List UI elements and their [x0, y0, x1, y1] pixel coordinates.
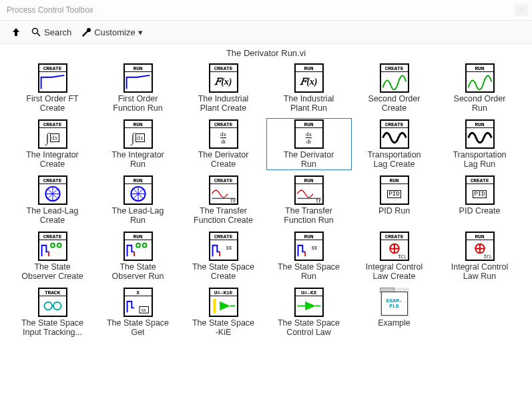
palette-item-derivator-create[interactable]: CREATEdxdtThe Derivator Create [181, 118, 266, 170]
dxdt-icon: dxdt [210, 128, 237, 147]
palette-title: The Derivator Run.vi [0, 44, 532, 59]
vi-banner: RUN [296, 65, 322, 72]
vi-banner: RUN [125, 65, 152, 72]
vi-icon: CREATE [38, 63, 67, 93]
palette-item-state-observer-create[interactable]: CREATEThe State Observer Create [10, 230, 95, 282]
toolbar: Search Customize▾ [0, 20, 532, 44]
palette-item-second-order-run[interactable]: RUNSecond Order Run [437, 62, 523, 114]
svg-point-16 [51, 244, 55, 248]
svg-point-17 [57, 244, 61, 248]
observer-icon [39, 240, 66, 260]
customize-button[interactable]: Customize▾ [81, 27, 142, 37]
palette-item-state-space-kie[interactable]: U=-KiEThe State Space -KiE [181, 286, 266, 338]
vi-banner: CREATE [210, 177, 237, 184]
vi-banner: TRACK [39, 289, 66, 296]
palette-item-integrator-run[interactable]: RUN∫dxThe Integrator Run [95, 118, 181, 170]
palette-item-integrator-create[interactable]: CREATE∫dxThe Integrator Create [10, 118, 95, 170]
palette-item-state-space-run[interactable]: RUNssThe State Space Run [266, 230, 352, 282]
ukx-icon [296, 296, 322, 316]
palette-item-label: The State Space Run [278, 262, 340, 281]
palette-item-label: PID Create [459, 206, 501, 225]
palette-item-state-observer-run[interactable]: RUNThe State Observer Run [95, 230, 181, 282]
palette-item-integral-control-law-run[interactable]: RUNICLIntegral Control Law Run [437, 230, 523, 282]
vi-banner: CREATE [39, 233, 66, 240]
vi-icon: CREATE∫dx [38, 119, 67, 149]
svg-rect-40 [213, 299, 216, 313]
palette-item-label: The State Observer Create [21, 262, 83, 281]
vi-icon: RUN [123, 175, 153, 205]
palette-item-derivator-run[interactable]: RUNdxdtThe Derivator Run [266, 118, 352, 170]
palette-item-label: Example [378, 318, 411, 337]
vi-banner: RUN [125, 177, 152, 184]
palette-item-transportation-lag-create[interactable]: CREATETransportation Lag Create [352, 118, 437, 170]
palette-item-label: The State Space Get [107, 318, 169, 337]
palette-item-example[interactable]: EXAM-PLEExample [352, 286, 437, 338]
palette-item-first-order-ft-create[interactable]: CREATEFirst Order FT Create [10, 62, 95, 114]
wave-green-icon [381, 72, 408, 91]
vi-banner: X [125, 289, 152, 296]
palette-item-label: First Order Function Run [113, 94, 162, 113]
palette-item-integral-control-law-create[interactable]: CREATEICLIntegral Control Law Create [352, 230, 437, 282]
palette-item-label: The State Space Create [192, 262, 254, 281]
palette-item-state-space-get[interactable]: XssThe State Space Get [95, 286, 181, 338]
palette-item-label: The State Observer Run [112, 262, 164, 281]
observer-icon [125, 240, 152, 260]
palette-item-second-order-create[interactable]: CREATESecond Order Create [352, 62, 437, 114]
vi-icon: CREATEdxdt [209, 119, 238, 149]
sine-black-icon [381, 128, 408, 147]
fx-icon: 𝐹(x) [210, 72, 237, 91]
vi-icon: CREATE [380, 63, 409, 93]
ukie-icon [210, 296, 237, 316]
integral-icon: ∫dx [125, 128, 152, 147]
palette-item-label: Transportation Lag Create [367, 150, 421, 169]
palette-item-state-space-control-law[interactable]: U=-KXThe State Space Control Law [266, 286, 352, 338]
palette-item-label: The Lead-Lag Create [27, 206, 79, 225]
vi-banner: RUN [467, 233, 493, 240]
compass-icon [39, 184, 66, 204]
palette-item-first-order-function-run[interactable]: RUNFirst Order Function Run [95, 62, 181, 114]
glasses-icon [39, 296, 66, 316]
vi-icon: RUN [465, 119, 495, 149]
vi-icon: RUN [123, 63, 153, 93]
palette-item-label: The Industrial Plant Create [198, 94, 249, 113]
palette-item-transportation-lag-run[interactable]: RUNTransportation Lag Run [437, 118, 523, 170]
icl-icon: ICL [381, 240, 408, 260]
palette-grid: CREATEFirst Order FT CreateRUNFirst Orde… [0, 59, 532, 341]
palette-item-label: The Transfer Function Run [284, 206, 333, 225]
vi-icon: RUNss [294, 232, 324, 261]
back-button[interactable] [11, 27, 21, 37]
vi-banner: CREATE [381, 65, 408, 72]
svg-text:TF: TF [315, 198, 322, 204]
palette-item-lead-lag-run[interactable]: RUNThe Lead-Lag Run [95, 174, 181, 226]
palette-item-industrial-plant-create[interactable]: CREATE𝐹(x)The Industrial Plant Create [181, 62, 266, 114]
vi-banner: RUN [296, 177, 322, 184]
dropdown-icon: ▾ [138, 27, 143, 37]
vi-icon: CREATEPID [465, 175, 495, 205]
vi-icon: CREATEICL [380, 232, 409, 261]
vi-banner: RUN [467, 65, 493, 72]
icl-icon: ICL [467, 240, 493, 260]
pid-icon: PID [381, 184, 408, 204]
palette-item-industrial-plant-run[interactable]: RUN𝐹(x)The Industrial Plant Run [266, 62, 352, 114]
compass-icon [125, 184, 152, 204]
vi-icon: Xss [123, 288, 153, 317]
wrench-icon [81, 27, 91, 37]
palette-item-transfer-function-create[interactable]: CREATETFThe Transfer Function Create [181, 174, 266, 226]
palette-item-pid-run[interactable]: RUNPIDPID Run [352, 174, 437, 226]
vi-icon: RUN [123, 232, 153, 261]
dxdt-icon: dxdt [296, 128, 322, 147]
search-button[interactable]: Search [31, 27, 71, 37]
svg-text:ss: ss [311, 244, 316, 251]
vi-banner: RUN [125, 121, 152, 128]
palette-item-transfer-function-run[interactable]: RUNTFThe Transfer Function Run [266, 174, 352, 226]
vi-banner: RUN [296, 121, 322, 128]
palette-item-state-space-input-tracking[interactable]: TRACKThe State Space Input Tracking... [10, 286, 95, 338]
palette-item-pid-create[interactable]: CREATEPIDPID Create [437, 174, 523, 226]
window-title: Process Control Toolbox [7, 5, 93, 15]
vi-icon: CREATE [380, 119, 409, 149]
wave-green-icon [467, 72, 493, 91]
step-blue-icon [125, 72, 152, 91]
close-button[interactable]: ✕ [515, 3, 528, 17]
palette-item-state-space-create[interactable]: CREATEssThe State Space Create [181, 230, 266, 282]
palette-item-lead-lag-create[interactable]: CREATEThe Lead-Lag Create [10, 174, 95, 226]
